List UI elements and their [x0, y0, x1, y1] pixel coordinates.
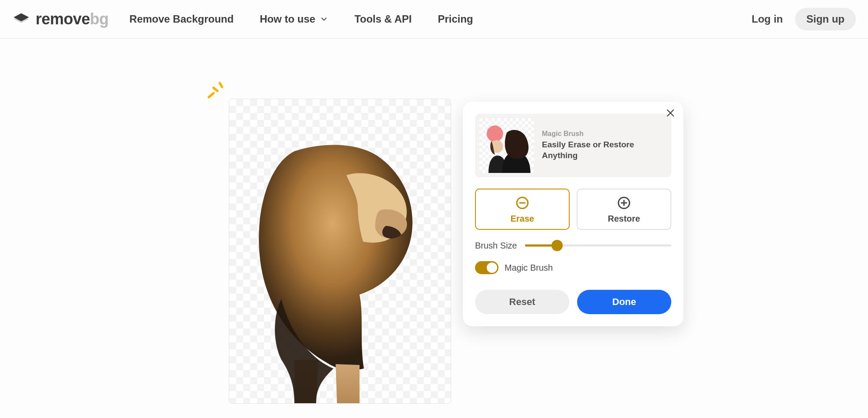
svg-line-2 [209, 93, 214, 97]
main-nav: Remove Background How to use Tools & API… [129, 13, 473, 25]
mode-selector: Erase Restore [475, 189, 671, 230]
magic-brush-toggle-row: Magic Brush [475, 261, 671, 274]
nav-tools-api[interactable]: Tools & API [354, 13, 412, 25]
brush-size-label: Brush Size [475, 241, 517, 251]
sparkle-accent-icon [204, 80, 228, 105]
magic-brush-title: Magic Brush [542, 130, 667, 138]
svg-marker-1 [13, 13, 29, 21]
magic-brush-toggle[interactable] [475, 261, 498, 274]
svg-line-3 [214, 88, 218, 91]
editor-stage: Magic Brush Easily Erase or Restore Anyt… [0, 39, 868, 417]
header: removebg Remove Background How to use To… [0, 0, 868, 39]
nav-remove-background[interactable]: Remove Background [129, 13, 234, 25]
mode-erase[interactable]: Erase [475, 189, 570, 230]
magic-brush-toggle-label: Magic Brush [505, 263, 553, 273]
magic-brush-thumbnail [479, 118, 534, 173]
magic-brush-panel: Magic Brush Easily Erase or Restore Anyt… [463, 102, 683, 326]
panel-actions: Reset Done [475, 290, 671, 314]
mode-restore-label: Restore [608, 214, 640, 224]
chevron-down-icon [320, 15, 328, 23]
logo-wordmark: removebg [36, 10, 109, 28]
login-link[interactable]: Log in [752, 13, 783, 25]
restore-icon [617, 196, 631, 210]
reset-button[interactable]: Reset [475, 290, 569, 314]
signup-button[interactable]: Sign up [795, 8, 856, 30]
header-auth: Log in Sign up [752, 8, 856, 30]
magic-brush-hint-card: Magic Brush Easily Erase or Restore Anyt… [475, 114, 671, 177]
image-subject [229, 99, 451, 403]
image-canvas[interactable] [229, 99, 451, 404]
brush-size-row: Brush Size [475, 239, 671, 252]
nav-pricing[interactable]: Pricing [438, 13, 473, 25]
svg-point-14 [487, 126, 503, 142]
done-button[interactable]: Done [577, 290, 671, 314]
mode-erase-label: Erase [511, 214, 535, 224]
erase-icon [515, 196, 530, 210]
close-button[interactable] [665, 108, 676, 120]
magic-brush-subtitle: Easily Erase or Restore Anything [542, 139, 667, 161]
logo-icon [12, 10, 30, 28]
svg-line-4 [220, 83, 222, 87]
nav-how-to-use[interactable]: How to use [260, 13, 328, 25]
logo[interactable]: removebg [12, 10, 109, 28]
mode-restore[interactable]: Restore [577, 189, 671, 230]
brush-size-slider[interactable] [525, 239, 671, 252]
